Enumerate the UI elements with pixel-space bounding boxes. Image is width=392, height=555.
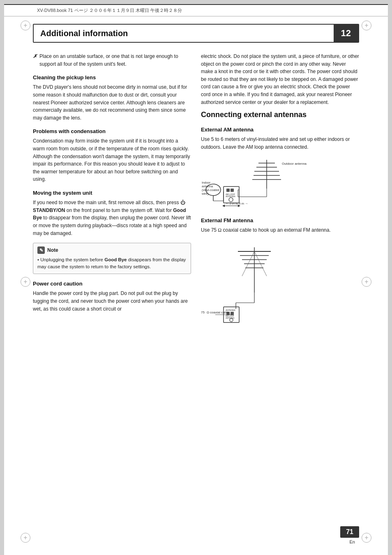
connecting-antennas-heading: Connecting external antennas xyxy=(201,109,359,121)
chapter-bar: Additional information 12 xyxy=(33,24,359,43)
svg-text:← 5 m to 6 m →: ← 5 m to 6 m → xyxy=(226,202,248,205)
external-fm-heading: External FM antenna xyxy=(201,216,359,225)
section-heading-cleaning: Cleaning the pickup lens xyxy=(33,74,191,82)
page: XV-DV88.book 71 ページ ２００６年１１月９日 木曜日 午後２時２… xyxy=(4,4,388,555)
note-box: ✎ Note • Unplugging the system before Go… xyxy=(33,243,191,274)
svg-text:wire): wire) xyxy=(201,192,209,196)
external-am-heading: External AM antenna xyxy=(201,126,359,134)
reg-mark-ml xyxy=(21,277,30,287)
section-text-power: Handle the power cord by the plug part. … xyxy=(33,290,191,313)
svg-point-12 xyxy=(229,198,233,202)
reg-mark-bl xyxy=(21,533,30,543)
bullet-text: Place on an unstable surface, or one tha… xyxy=(39,53,191,68)
svg-text:Ω: Ω xyxy=(207,311,209,314)
fm-antenna-diagram: ANTENNA AM LOOP ANTENNA 75 Ω coaxial cab… xyxy=(201,239,359,328)
section-heading-condensation: Problems with condensation xyxy=(33,127,191,136)
note-header: ✎ Note xyxy=(37,246,187,254)
note-text: • Unplugging the system before Good Bye … xyxy=(37,256,187,271)
external-am-text: Use 5 to 6 meters of vinyl-insulated wir… xyxy=(201,136,359,151)
reg-mark-tl xyxy=(21,21,30,30)
reg-mark-br xyxy=(362,533,371,543)
standby-icon: ⏻ xyxy=(180,200,185,205)
continued-power-text: electric shock. Do not place the system … xyxy=(201,53,359,106)
svg-text:Outdoor antenna: Outdoor antenna xyxy=(282,162,307,166)
chapter-number: 12 xyxy=(334,25,358,42)
right-column: electric shock. Do not place the system … xyxy=(201,53,359,332)
omega-symbol: Ω xyxy=(218,227,221,233)
svg-text:(vinyl-coated: (vinyl-coated xyxy=(202,188,219,192)
note-icon: ✎ xyxy=(37,246,45,254)
file-header: XV-DV88.book 71 ページ ２００６年１１月９日 木曜日 午後２時２… xyxy=(4,4,388,16)
section-text-condensation: Condensation may form inside the system … xyxy=(33,137,191,183)
bullet-item: ✗ Place on an unstable surface, or one t… xyxy=(33,53,191,68)
standby-label: STANDBY/ON xyxy=(33,207,65,213)
file-header-text: XV-DV88.book 71 ページ ２００６年１１月９日 木曜日 午後２時２… xyxy=(37,8,182,13)
page-number: 71 xyxy=(340,526,359,538)
svg-text:Indoor: Indoor xyxy=(202,181,211,184)
am-antenna-diagram: Outdoor antenna AM LOOP ANTENNA xyxy=(201,156,359,212)
section-heading-power: Power cord caution xyxy=(33,280,191,288)
section-text-moving: If you need to move the main unit, first… xyxy=(33,199,191,237)
bullet-symbol: ✗ xyxy=(33,53,37,68)
section-text-cleaning: The DVD player's lens should not become … xyxy=(33,83,191,122)
content-area: ✗ Place on an unstable surface, or one t… xyxy=(33,43,359,332)
svg-rect-11 xyxy=(231,189,234,192)
goodbye-note-label: Good Bye xyxy=(104,257,127,262)
fm-diagram-svg: ANTENNA AM LOOP ANTENNA 75 Ω coaxial cab… xyxy=(201,243,291,325)
svg-rect-10 xyxy=(226,189,230,192)
reg-mark-tr xyxy=(362,21,371,30)
reg-mark-mr xyxy=(362,277,371,287)
svg-text:ANTENNA: ANTENNA xyxy=(226,195,236,198)
svg-marker-27 xyxy=(222,205,225,207)
svg-text:antenna: antenna xyxy=(202,184,213,188)
note-label: Note xyxy=(47,246,58,254)
svg-text:75: 75 xyxy=(201,311,205,314)
page-language: En xyxy=(350,539,355,544)
am-diagram-svg: Outdoor antenna AM LOOP ANTENNA xyxy=(201,156,308,209)
left-column: ✗ Place on an unstable surface, or one t… xyxy=(33,53,191,332)
chapter-title: Additional information xyxy=(34,25,334,41)
external-fm-text: Use 75 Ω coaxial cable to hook up an ext… xyxy=(201,226,359,234)
svg-text:coaxial cable: coaxial cable xyxy=(210,311,229,314)
section-heading-moving: Moving the system unit xyxy=(33,189,191,197)
